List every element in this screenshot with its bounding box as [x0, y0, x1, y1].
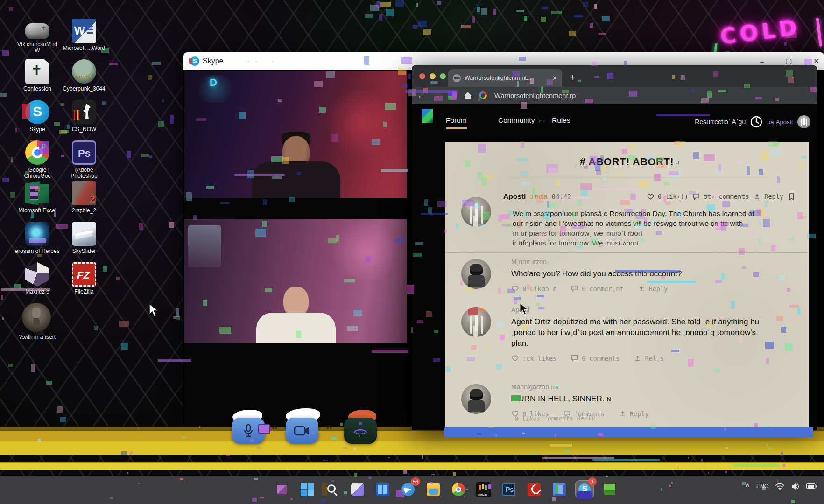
- post-author[interactable]: Apostl: [503, 192, 526, 201]
- site-favicon-google: [479, 91, 487, 99]
- volume-icon[interactable]: [791, 483, 799, 490]
- comment-like-button[interactable]: ːck likes: [511, 354, 556, 362]
- desktop-icon-art: [72, 262, 96, 287]
- taskbar-icon-explorer[interactable]: [424, 481, 442, 498]
- language-indicator[interactable]: ENG: [756, 483, 768, 490]
- comment-avatar[interactable]: [461, 259, 491, 289]
- taskbar-icon-skype[interactable]: 1: [576, 481, 593, 498]
- like-button[interactable]: 0 lik‹)): [647, 193, 688, 201]
- close-button[interactable]: ✕: [813, 57, 819, 65]
- new-tab-button[interactable]: +: [570, 72, 575, 83]
- minimize-window-button[interactable]: [430, 73, 436, 79]
- close-window-button[interactable]: [419, 73, 425, 79]
- microphone-icon: [242, 424, 254, 438]
- desktop-icon-csnow[interactable]: CS_NOW: [61, 100, 107, 140]
- comment-author[interactable]: Mannigarzon ıca: [511, 383, 795, 391]
- camera-options-chevron[interactable]: ^: [327, 424, 332, 434]
- desktop-icon-art: [22, 303, 51, 332]
- comment-like-button[interactable]: 0 Likɑɔ ɛ: [511, 285, 556, 293]
- nav-item-forum[interactable]: Forum: [446, 116, 467, 125]
- comment-comments-button[interactable]: 0 commerˌnt: [570, 285, 623, 293]
- system-tray: ^ ENG: [746, 483, 817, 490]
- desktop-icon-chrome[interactable]: Google ChroюGoc: [14, 140, 61, 181]
- taskbar-icon-acrobat[interactable]: [525, 481, 543, 498]
- user-avatar[interactable]: [797, 115, 810, 128]
- taskbar-icon-telegram[interactable]: 56: [399, 481, 417, 498]
- battery-icon[interactable]: [806, 483, 817, 489]
- desktop-icon-death[interactable]: ʔɘʌth in a ısert: [14, 303, 61, 343]
- desktop-icon-heroes[interactable]: ɘrosam of Heroes: [14, 222, 61, 262]
- comment-reply-button[interactable]: Relˌs: [634, 354, 664, 362]
- minimize-button[interactable]: –: [760, 57, 764, 65]
- comment-author[interactable]: Mˌnnıɪ ırzon: [511, 258, 795, 266]
- desktop-icon-cyberpunk[interactable]: Cyberpunk_3044: [61, 59, 107, 100]
- browser-toolbar: ← → Warriorsofenlightenment.rp: [412, 87, 817, 104]
- tray-chevron[interactable]: ^: [746, 483, 749, 490]
- taskbar-icon-search[interactable]: [324, 481, 341, 498]
- nav-item-community[interactable]: Communityˈ⌐-: [498, 116, 543, 125]
- tab-close-icon[interactable]: ✕: [552, 75, 557, 82]
- toggle-camera-button[interactable]: [286, 418, 318, 444]
- forward-button[interactable]: →: [433, 91, 441, 100]
- browser-tab[interactable]: Warriorsofenlightenmˌnt... ✕: [448, 69, 562, 87]
- desktop-icon-art: [72, 181, 96, 205]
- title-glitch: ·!: [676, 160, 680, 167]
- comment: Apostl Agent Ortiz deputized me with her…: [511, 306, 795, 362]
- comments-button[interactable]: ʊt› comments: [692, 193, 749, 201]
- comment-author[interactable]: Apostl: [511, 306, 795, 314]
- taskbar-icon-photoshop[interactable]: [500, 481, 518, 498]
- comment-reply-button[interactable]: Reply: [638, 285, 668, 293]
- incognito-favicon: [453, 74, 461, 82]
- desktop-icon-word[interactable]: Microsoft ...Word: [61, 19, 107, 59]
- nav-item-rules[interactable]: Rules: [552, 116, 570, 125]
- notification-badge: 56: [411, 477, 420, 486]
- wifi-icon[interactable]: [775, 483, 784, 490]
- taskbar-icon-glitch-mini[interactable]: [273, 481, 291, 498]
- comment-text: Agent Ortiz deputized me with her passwo…: [511, 316, 773, 349]
- comment-avatar[interactable]: [461, 384, 491, 414]
- comment-comments-button[interactable]: 0 comments: [570, 354, 620, 362]
- desktop-icon-confession[interactable]: Confession: [14, 59, 61, 100]
- room-glow: [328, 224, 402, 280]
- desktop-icon-vr[interactable]: VR churcsoM rd W: [14, 19, 61, 59]
- mic-options-chevron[interactable]: ^: [272, 424, 277, 434]
- reload-button[interactable]: [448, 91, 457, 100]
- taskbar-icon-art: [578, 483, 591, 496]
- logged-in-user[interactable]: ʋaˌApostl: [767, 119, 793, 126]
- taskbar-icon-chrome[interactable]: [450, 481, 467, 498]
- post-author-avatar[interactable]: [461, 197, 491, 227]
- maximize-button[interactable]: ▢: [785, 57, 792, 65]
- desktop-icon-excel[interactable]: Microsoft Excel: [14, 181, 61, 222]
- taskbar-icon-widgets[interactable]: [374, 481, 392, 498]
- desktop-icon-zombie[interactable]: 2ıɞʑbie_2: [61, 181, 107, 222]
- desktop-icon-label: ɘrosam of Heroes: [15, 248, 59, 254]
- comment-text: BURN IN HELL, SINNER. ɴ: [511, 393, 773, 404]
- address-bar[interactable]: Warriorsofenlightenment.rp: [494, 92, 576, 99]
- site-logo[interactable]: [422, 109, 433, 123]
- desktop-icon-maxilize[interactable]: Maxılez ɘ: [14, 262, 61, 303]
- taskbar-icon-art: [351, 483, 364, 496]
- reply-button[interactable]: Reply: [753, 193, 783, 201]
- comment-avatar[interactable]: [461, 307, 491, 337]
- taskbar-icon-green-glitch[interactable]: [601, 481, 619, 498]
- home-button[interactable]: [464, 92, 472, 99]
- taskbar-icon-start[interactable]: [298, 481, 316, 498]
- desktop-icon-art: [25, 140, 49, 165]
- taskbar-icon-art: [277, 485, 287, 494]
- taskbar-icon-taskview[interactable]: [349, 481, 366, 498]
- hang-up-button[interactable]: [344, 418, 377, 444]
- desktop-icon-skype[interactable]: Skype: [14, 100, 61, 140]
- desktop-icon-label: Microsoft ...Word: [63, 45, 105, 51]
- taskbar-icon-movies[interactable]: [550, 481, 568, 498]
- taskbar-icon-art: [301, 483, 314, 496]
- back-button[interactable]: ←: [417, 91, 425, 100]
- mute-microphone-button[interactable]: [232, 418, 265, 444]
- desktop-icon-skyslider[interactable]: SkySlider: [61, 222, 107, 262]
- title-divider: [508, 179, 769, 179]
- zoom-window-button[interactable]: [440, 73, 446, 79]
- desktop-icon-photoshop[interactable]: (Adobe Photoshop: [61, 140, 107, 181]
- taskbar: 56 1: [0, 476, 824, 504]
- desktop-icon-filezilla[interactable]: FileZilla: [61, 262, 107, 303]
- bookmark-button[interactable]: [788, 193, 796, 201]
- taskbar-icon-deezer[interactable]: [475, 481, 493, 498]
